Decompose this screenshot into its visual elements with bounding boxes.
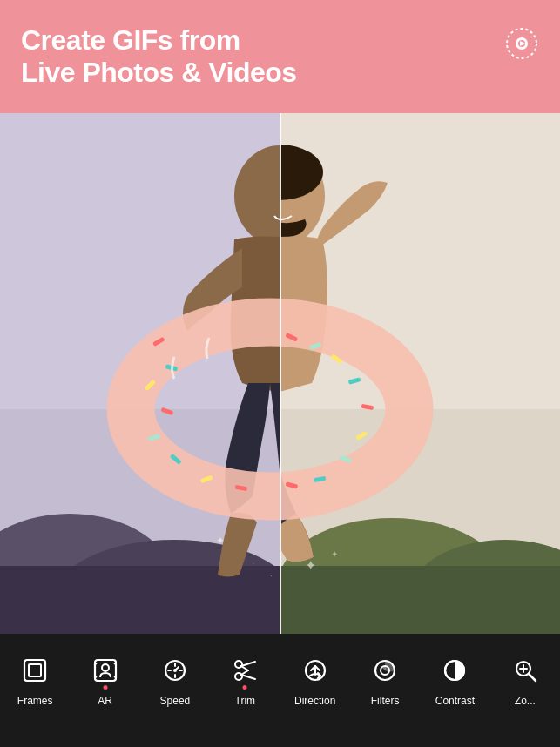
header-title: Create GIFs from Live Photos & Videos bbox=[21, 24, 297, 89]
contrast-icon bbox=[435, 651, 474, 690]
tool-direction[interactable]: Direction bbox=[280, 648, 350, 707]
tool-contrast[interactable]: Contrast bbox=[420, 648, 489, 707]
tool-zoom[interactable]: Zo... bbox=[490, 648, 560, 707]
ar-label: AR bbox=[98, 695, 112, 707]
svg-point-47 bbox=[102, 664, 109, 671]
trim-label: Trim bbox=[235, 695, 256, 707]
svg-text:·: · bbox=[253, 560, 254, 568]
tool-ar[interactable]: AR bbox=[70, 648, 139, 707]
trim-icon bbox=[226, 651, 264, 690]
svg-rect-44 bbox=[24, 660, 45, 681]
svg-rect-15 bbox=[280, 566, 560, 634]
tool-speed[interactable]: Speed bbox=[140, 648, 210, 707]
gif-creator-icon[interactable] bbox=[504, 26, 539, 61]
frames-label: Frames bbox=[17, 695, 53, 707]
svg-line-62 bbox=[529, 674, 536, 681]
svg-line-55 bbox=[241, 670, 248, 675]
zoom-icon bbox=[506, 651, 544, 690]
direction-label: Direction bbox=[294, 695, 335, 707]
svg-rect-10 bbox=[0, 566, 280, 634]
ar-dot bbox=[103, 685, 107, 690]
zoom-label: Zo... bbox=[515, 695, 536, 707]
photo-area: ✦ ✦ · ✦ · bbox=[0, 113, 560, 634]
trim-dot bbox=[243, 685, 247, 690]
svg-text:✦: ✦ bbox=[216, 535, 225, 547]
ar-icon bbox=[86, 651, 125, 690]
direction-icon bbox=[296, 651, 334, 690]
svg-text:·: · bbox=[270, 571, 273, 581]
tool-frames[interactable]: Frames bbox=[0, 648, 70, 707]
filters-icon bbox=[366, 651, 404, 690]
speed-label: Speed bbox=[160, 695, 191, 707]
svg-line-53 bbox=[241, 675, 255, 679]
filters-label: Filters bbox=[371, 695, 400, 707]
svg-text:✦: ✦ bbox=[305, 558, 316, 573]
frames-icon bbox=[16, 651, 54, 690]
tool-filters[interactable]: Filters bbox=[350, 648, 420, 707]
svg-point-49 bbox=[173, 669, 177, 672]
contrast-label: Contrast bbox=[435, 695, 475, 707]
svg-text:✦: ✦ bbox=[331, 549, 338, 559]
svg-rect-45 bbox=[29, 664, 41, 676]
toolbar: Frames AR Speed bbox=[0, 634, 560, 747]
tool-trim[interactable]: Trim bbox=[210, 648, 280, 707]
photo-divider bbox=[280, 113, 281, 634]
svg-line-54 bbox=[241, 666, 248, 670]
header: Create GIFs from Live Photos & Videos bbox=[0, 0, 560, 113]
svg-line-52 bbox=[241, 662, 255, 666]
speed-icon bbox=[156, 651, 194, 690]
